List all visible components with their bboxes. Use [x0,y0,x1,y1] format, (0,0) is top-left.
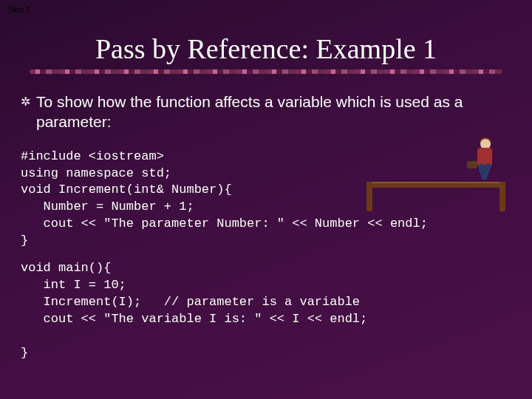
bridge-pillar-left [366,182,372,211]
bridge-pillar-right [499,182,505,211]
slide-title: Pass by Reference: Example 1 [0,33,532,65]
bridge-plank [369,182,502,188]
title-separator [30,69,502,74]
walking-person-icon [470,139,499,182]
bridge-illustration [369,111,502,214]
slide-number: Slide 3 [7,6,30,14]
code-block-2: void main(){ int I = 10; Increment(I); /… [21,260,511,362]
bullet-icon: ✲ [21,95,30,110]
